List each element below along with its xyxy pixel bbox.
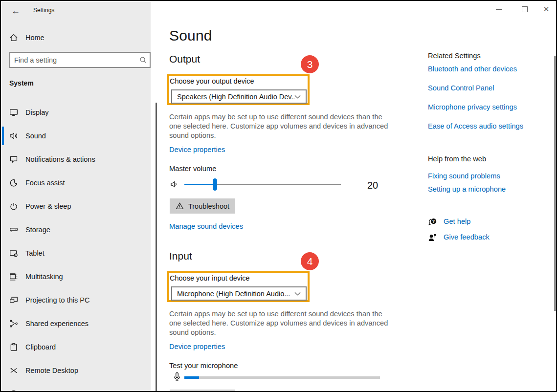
input-heading: Input — [169, 250, 192, 262]
sidebar-item-home[interactable]: Home — [2, 29, 151, 46]
sound-icon — [9, 131, 18, 140]
speaker-volume-icon — [170, 180, 179, 189]
master-volume-label: Master volume — [169, 165, 216, 173]
link-sound-control-panel[interactable]: Sound Control Panel — [428, 84, 494, 92]
sidebar-item-label: Multitasking — [25, 273, 63, 281]
troubleshoot-button[interactable]: Troubleshoot — [170, 198, 235, 214]
link-ease-of-access-audio[interactable]: Ease of Access audio settings — [428, 122, 523, 130]
projecting-icon — [9, 296, 18, 305]
related-settings-heading: Related Settings — [428, 52, 481, 60]
chevron-down-icon — [294, 95, 301, 99]
tablet-icon — [9, 249, 18, 258]
input-device-properties-link[interactable]: Device properties — [169, 343, 225, 350]
remote-desktop-icon — [9, 366, 18, 375]
manage-sound-devices-link[interactable]: Manage sound devices — [169, 222, 243, 230]
output-device-value: Speakers (High Definition Audio Dev... — [177, 93, 294, 101]
settings-window: ← Settings Home System Display Sound No — [0, 0, 557, 392]
microphone-level-fill — [184, 376, 199, 379]
multitasking-icon — [9, 272, 18, 281]
sidebar-item-label: Projecting to this PC — [25, 296, 89, 304]
maximize-icon — [522, 6, 528, 12]
maximize-button[interactable] — [513, 2, 536, 17]
page-title: Sound — [169, 27, 212, 44]
annotation-badge-3: 3 — [301, 55, 319, 73]
sidebar-item-label: Shared experiences — [25, 320, 89, 327]
app-title: Settings — [33, 7, 54, 14]
output-heading: Output — [169, 53, 200, 65]
give-feedback-icon — [428, 233, 438, 242]
search-input[interactable] — [10, 56, 137, 64]
link-fixing-sound-problems[interactable]: Fixing sound problems — [428, 172, 500, 180]
search-box — [9, 52, 151, 68]
sidebar-item-sound[interactable]: Sound — [2, 124, 151, 148]
svg-text:?: ? — [432, 219, 435, 224]
minimize-button[interactable] — [488, 2, 510, 17]
sidebar-item-about[interactable]: About — [2, 382, 151, 392]
sidebar-item-label: Display — [25, 109, 49, 116]
sidebar-item-storage[interactable]: Storage — [2, 218, 151, 241]
warning-icon — [176, 202, 184, 210]
sidebar-item-label: About — [25, 390, 44, 392]
sidebar-item-projecting[interactable]: Projecting to this PC — [2, 288, 151, 312]
sidebar-item-label: Focus assist — [25, 179, 65, 187]
master-volume-thumb[interactable] — [213, 178, 217, 191]
back-button[interactable]: ← — [9, 4, 22, 17]
notifications-icon — [9, 155, 18, 164]
sidebar-section-system: System — [9, 79, 34, 87]
get-help-link[interactable]: Get help — [444, 218, 471, 225]
clipboard-icon — [9, 343, 18, 351]
output-device-properties-link[interactable]: Device properties — [169, 146, 225, 153]
input-troubleshoot-button-partial[interactable] — [170, 390, 235, 392]
minimize-icon — [496, 9, 502, 10]
sidebar-item-label: Storage — [25, 226, 50, 234]
link-setting-up-microphone[interactable]: Setting up a microphone — [428, 185, 506, 193]
sidebar-item-focus-assist[interactable]: Focus assist — [2, 171, 151, 195]
storage-icon — [9, 225, 18, 234]
link-microphone-privacy[interactable]: Microphone privacy settings — [428, 103, 517, 111]
sidebar-item-shared-experiences[interactable]: Shared experiences — [2, 312, 151, 335]
home-icon — [9, 33, 18, 42]
sidebar-item-label: Home — [25, 34, 45, 42]
input-device-label: Choose your input device — [170, 274, 250, 282]
help-from-web-heading: Help from the web — [428, 155, 486, 163]
sidebar-item-clipboard[interactable]: Clipboard — [2, 335, 151, 359]
annotation-badge-4: 4 — [301, 252, 319, 270]
output-device-label: Choose your output device — [170, 77, 254, 85]
close-icon: ✕ — [543, 5, 550, 14]
troubleshoot-label: Troubleshoot — [188, 202, 229, 210]
sidebar-item-label: Power & sleep — [25, 202, 71, 210]
input-device-dropdown[interactable]: Microphone (High Definition Audio... — [171, 286, 307, 301]
focus-assist-icon — [9, 178, 18, 187]
search-icon[interactable] — [137, 56, 150, 64]
sidebar-item-multitasking[interactable]: Multitasking — [2, 265, 151, 288]
master-volume-value: 20 — [367, 180, 378, 191]
input-description: Certain apps may be set up to use differ… — [169, 309, 389, 337]
sidebar: ← Settings Home System Display Sound No — [2, 2, 151, 392]
sidebar-item-label: Sound — [25, 132, 46, 140]
give-feedback-link[interactable]: Give feedback — [444, 233, 490, 241]
slider-fill — [184, 184, 216, 185]
test-microphone-label: Test your microphone — [169, 362, 238, 370]
sidebar-item-power-sleep[interactable]: Power & sleep — [2, 195, 151, 218]
sidebar-item-label: Clipboard — [25, 343, 56, 351]
output-device-dropdown[interactable]: Speakers (High Definition Audio Dev... — [171, 89, 307, 104]
display-icon — [9, 108, 18, 117]
output-description: Certain apps may be set up to use differ… — [169, 112, 389, 140]
sidebar-item-notifications[interactable]: Notifications & actions — [2, 148, 151, 171]
sidebar-item-tablet[interactable]: Tablet — [2, 241, 151, 265]
sidebar-scrollbar[interactable] — [156, 103, 157, 392]
microphone-icon — [172, 371, 182, 384]
sidebar-item-label: Tablet — [25, 249, 45, 257]
close-button[interactable]: ✕ — [535, 2, 557, 17]
chevron-down-icon — [294, 292, 301, 296]
sidebar-item-display[interactable]: Display — [2, 101, 151, 124]
content-scrollbar[interactable] — [554, 56, 557, 311]
input-device-value: Microphone (High Definition Audio... — [177, 290, 294, 298]
shared-experiences-icon — [9, 319, 18, 328]
master-volume-slider[interactable] — [184, 184, 341, 185]
link-bluetooth-devices[interactable]: Bluetooth and other devices — [428, 65, 517, 73]
sidebar-item-label: Notifications & actions — [25, 155, 95, 163]
get-help-icon: ? — [428, 217, 438, 227]
sidebar-item-remote-desktop[interactable]: Remote Desktop — [2, 359, 151, 382]
about-icon — [9, 390, 18, 392]
